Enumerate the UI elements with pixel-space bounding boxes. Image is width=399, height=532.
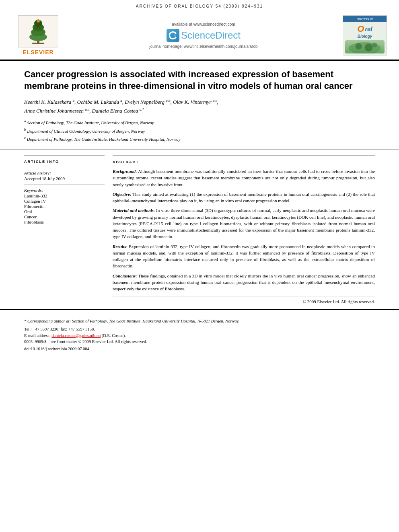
authors: Keerthi K. Kulasekara a, Ochiba M. Lukan… bbox=[24, 97, 375, 115]
svg-point-11 bbox=[174, 34, 176, 37]
svg-point-14 bbox=[365, 43, 373, 51]
sciencedirect-icon bbox=[167, 29, 179, 42]
article-history: Article history: Accepted 18 July 2009 bbox=[24, 170, 105, 181]
results-text: Expression of laminin-332, type IV colla… bbox=[113, 244, 375, 269]
available-text: available at www.sciencedirect.com bbox=[172, 22, 235, 27]
accepted-date: Accepted 18 July 2009 bbox=[24, 176, 105, 181]
copyright-line: © 2009 Elsevier Ltd. All rights reserved… bbox=[113, 296, 375, 305]
footer-doi: doi:10.1016/j.archoralbio.2009.07.004 bbox=[24, 346, 375, 352]
conclusions-label: Conclusions bbox=[113, 273, 136, 278]
keywords-label: Keywords: bbox=[24, 188, 105, 193]
svg-point-13 bbox=[356, 43, 362, 49]
background-text: Although basement membrane was tradition… bbox=[113, 169, 375, 187]
sciencedirect-wordmark: ScienceDirect bbox=[181, 30, 241, 41]
objective-label: Objective bbox=[113, 192, 130, 197]
journal-header: ARCHIVES OF ORAL BIOLOGY 54 (2009) 924–9… bbox=[0, 0, 399, 11]
divider-2 bbox=[24, 184, 105, 185]
objective-text: This study aimed at evaluating (1) the e… bbox=[113, 192, 375, 203]
footer-email-link[interactable]: daniela.costea@gades.uib.no bbox=[51, 333, 101, 338]
email-label: E-mail address: bbox=[24, 333, 51, 338]
abstract-label: ABSTRACT bbox=[113, 160, 375, 165]
abstract-col: ABSTRACT Background: Although basement m… bbox=[113, 155, 375, 305]
keyword-fibroblasts: Fibroblasts bbox=[24, 220, 105, 224]
keywords-section: Keywords: Laminin-332 Collagen IV Fibron… bbox=[24, 188, 105, 224]
oral-bio-logo: Archives of O ral Biology bbox=[343, 15, 387, 55]
oral-bio-top-label: Archives of bbox=[343, 16, 387, 22]
svg-point-6 bbox=[37, 19, 40, 23]
corresponding-label: * Corresponding author at: bbox=[24, 319, 71, 323]
affiliations: a Section of Pathology, The Gade Institu… bbox=[24, 118, 375, 143]
elsevier-tree-icon bbox=[18, 15, 58, 47]
abstract-background: Background: Although basement membrane w… bbox=[113, 168, 375, 188]
elsevier-wordmark: ELSEVIER bbox=[23, 49, 53, 55]
footer-email-line: E-mail address: daniela.costea@gades.uib… bbox=[24, 333, 375, 339]
footer-tel-fax: Tel.: +47 5597 3230; fax: +47 5597 3158. bbox=[24, 326, 375, 333]
abstract-results: Results: Expression of laminin-332, type… bbox=[113, 243, 375, 269]
abstract-conclusions: Conclusions: These findings, obtained in… bbox=[113, 273, 375, 292]
two-col-section: ARTICLE INFO Article history: Accepted 1… bbox=[0, 155, 399, 305]
article-title-section: Cancer progression is associated with in… bbox=[0, 61, 399, 150]
keyword-collagen: Collagen IV bbox=[24, 199, 105, 203]
oral-logo-ral: ral bbox=[365, 23, 372, 34]
methods-label: Material and methods bbox=[113, 208, 154, 213]
svg-rect-1 bbox=[32, 43, 44, 44]
divider-1 bbox=[24, 167, 105, 167]
footer-issn: 0003–9969/$ – see front matter © 2009 El… bbox=[24, 339, 375, 345]
homepage-text: journal homepage: www.intl.elsevierhealt… bbox=[149, 44, 257, 49]
center-logos: available at www.sciencedirect.com Scien… bbox=[64, 22, 343, 49]
keyword-laminin: Laminin-332 bbox=[24, 193, 105, 198]
doi-text: doi:10.1016/j.archoralbio.2009.07.004 bbox=[24, 347, 89, 351]
history-label: Article history: bbox=[24, 170, 105, 175]
oral-bio-biology: Biology bbox=[355, 34, 375, 39]
abstract-objective: Objective: This study aimed at evaluatin… bbox=[113, 191, 375, 204]
keyword-cancer: Cancer bbox=[24, 214, 105, 219]
background-label: Background bbox=[113, 169, 136, 174]
article-info-label: ARTICLE INFO bbox=[24, 160, 105, 164]
abstract-methods: Material and methods: In vitro three-dim… bbox=[113, 207, 375, 240]
sciencedirect-logo: ScienceDirect bbox=[167, 29, 241, 42]
article-info-col: ARTICLE INFO Article history: Accepted 1… bbox=[24, 155, 105, 305]
conclusions-text: These findings, obtained in a 3D in vitr… bbox=[113, 273, 375, 291]
keyword-oral: Oral bbox=[24, 209, 105, 214]
svg-point-15 bbox=[372, 43, 377, 47]
oral-logo-o: O bbox=[357, 24, 364, 34]
email-note: (D.E. Costea). bbox=[102, 333, 126, 338]
keyword-fibronectin: Fibronectin bbox=[24, 204, 105, 209]
oral-bio-image bbox=[345, 40, 384, 53]
corresponding-text: Section of Pathology, The Gade Institute… bbox=[72, 319, 240, 323]
elsevier-logo: ELSEVIER bbox=[12, 15, 64, 55]
results-label: Results bbox=[113, 244, 126, 249]
logo-row: ELSEVIER available at www.sciencedirect.… bbox=[0, 11, 399, 61]
footer-note: * Corresponding author at: Section of Pa… bbox=[24, 318, 375, 325]
article-title: Cancer progression is associated with in… bbox=[24, 69, 375, 92]
footer-section: * Corresponding author at: Section of Pa… bbox=[0, 309, 399, 360]
